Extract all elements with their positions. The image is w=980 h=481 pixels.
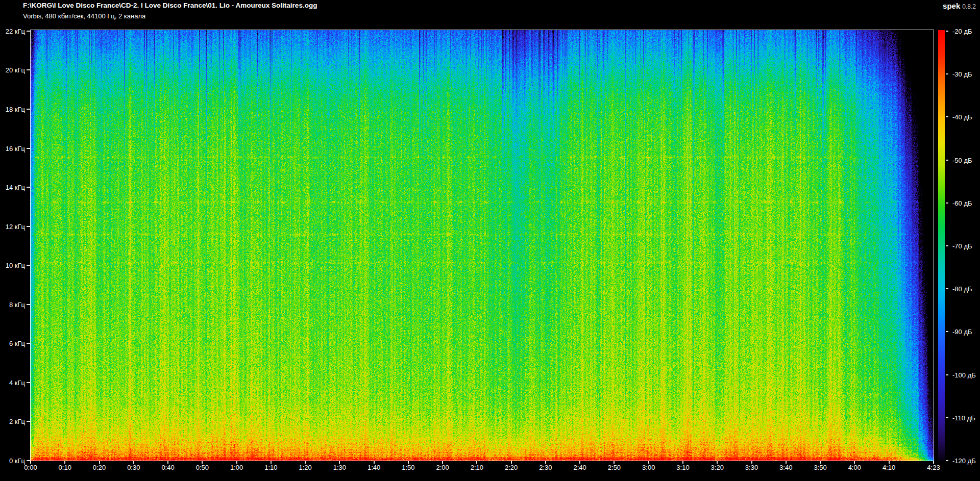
freq-tick-label: 14 кГц (2, 184, 25, 191)
freq-tick-label: 18 кГц (2, 106, 25, 113)
freq-tick-mark (27, 382, 30, 383)
freq-tick-mark (27, 187, 30, 188)
db-tick-label: -20 дБ (952, 28, 972, 35)
freq-tick-label: 8 кГц (2, 300, 25, 308)
db-tick-mark (946, 202, 948, 204)
db-tick-label: -60 дБ (952, 199, 972, 207)
time-tick-label: 0:20 (86, 464, 113, 471)
app-version: 0.8.2 (962, 3, 976, 10)
app-brand: spek0.8.2 (943, 2, 976, 11)
freq-tick-label: 22 кГц (2, 27, 25, 35)
time-tick-label: 1:10 (257, 464, 285, 471)
db-tick-mark (946, 374, 948, 375)
db-tick-mark (946, 116, 948, 117)
freq-tick-label: 6 кГц (2, 340, 25, 347)
time-tick-label: 0:40 (154, 464, 182, 471)
time-tick-label: 1:00 (223, 464, 251, 471)
freq-tick-mark (27, 148, 30, 149)
freq-tick-label: 16 кГц (2, 144, 25, 152)
spek-window: F:\KORG\I Love Disco France\CD-2. I Love… (0, 0, 980, 481)
freq-tick-label: 4 кГц (2, 378, 25, 386)
db-tick-label: -90 дБ (952, 328, 972, 336)
time-tick-label: 4:23 (920, 464, 947, 471)
time-tick-label: 3:50 (806, 464, 834, 471)
freq-tick-mark (27, 109, 30, 110)
db-tick-mark (946, 73, 948, 74)
freq-tick-mark (27, 421, 30, 422)
freq-tick-label: 2 кГц (2, 418, 25, 425)
db-tick-label: -100 дБ (952, 371, 976, 378)
spectrogram-frame (30, 30, 934, 461)
time-tick-label: 2:40 (566, 464, 594, 471)
file-path: F:\KORG\I Love Disco France\CD-2. I Love… (23, 2, 317, 9)
db-tick-label: -70 дБ (952, 242, 972, 250)
freq-tick-mark (27, 343, 30, 344)
db-tick-label: -120 дБ (952, 457, 976, 465)
time-tick-label: 3:20 (703, 464, 731, 471)
db-tick-mark (946, 245, 948, 246)
time-tick-label: 0:10 (51, 464, 79, 471)
db-tick-mark (946, 288, 948, 289)
db-tick-label: -40 дБ (952, 113, 972, 121)
time-tick-label: 3:40 (772, 464, 800, 471)
time-tick-label: 3:30 (738, 464, 766, 471)
db-tick-mark (946, 160, 948, 161)
freq-tick-label: 10 кГц (2, 262, 25, 269)
time-tick-label: 4:10 (875, 464, 903, 471)
freq-tick-label: 12 кГц (2, 222, 25, 230)
time-tick-label: 3:10 (669, 464, 697, 471)
freq-tick-label: 20 кГц (2, 66, 25, 74)
db-tick-mark (946, 31, 948, 32)
time-tick-label: 0:00 (17, 464, 44, 471)
time-tick-label: 0:30 (120, 464, 148, 471)
freq-tick-mark (27, 69, 30, 70)
spectrogram-canvas (31, 30, 934, 461)
db-tick-label: -50 дБ (952, 156, 972, 164)
app-name: spek (943, 2, 960, 10)
freq-tick-mark (27, 265, 30, 266)
time-tick-label: 2:00 (429, 464, 456, 471)
time-tick-label: 3:00 (635, 464, 663, 471)
time-tick-label: 1:20 (291, 464, 319, 471)
time-tick-label: 2:10 (463, 464, 491, 471)
db-tick-mark (946, 331, 948, 332)
freq-tick-mark (27, 226, 30, 227)
db-tick-mark (946, 460, 948, 461)
freq-tick-mark (27, 460, 30, 461)
db-tick-label: -110 дБ (952, 414, 975, 421)
time-tick-label: 2:20 (498, 464, 525, 471)
time-tick-label: 0:50 (188, 464, 216, 471)
time-tick-label: 2:30 (532, 464, 559, 471)
time-tick-label: 4:00 (841, 464, 868, 471)
freq-tick-mark (27, 31, 30, 32)
codec-info: Vorbis, 480 кбит/сек, 44100 Гц, 2 канала (23, 12, 145, 20)
time-tick-label: 1:50 (395, 464, 422, 471)
db-tick-label: -30 дБ (952, 70, 972, 78)
db-legend-bar (938, 30, 945, 461)
time-tick-label: 1:40 (360, 464, 388, 471)
time-tick-label: 2:50 (600, 464, 628, 471)
db-tick-mark (946, 417, 948, 418)
freq-tick-mark (27, 304, 30, 305)
time-tick-label: 1:30 (326, 464, 353, 471)
db-tick-label: -80 дБ (952, 285, 972, 293)
